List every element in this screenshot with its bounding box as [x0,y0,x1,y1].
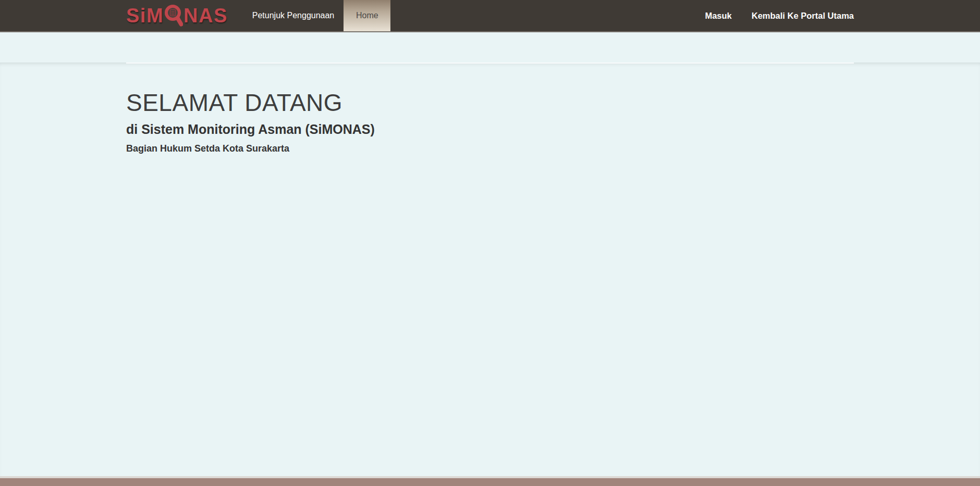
simonas-logo[interactable]: SiM NAS [126,2,228,29]
main-nav: Petunjuk Penggunaan Home [248,0,390,31]
main-content: SELAMAT DATANG di Sistem Monitoring Asma… [0,63,980,476]
magnifier-icon [164,4,183,31]
org-line: Bagian Hukum Setda Kota Surakarta [126,143,854,154]
auth-nav: Masuk Kembali Ke Portal Utama [705,0,854,31]
nav-item-home[interactable]: Home [344,0,390,31]
page-title: SELAMAT DATANG [126,90,854,115]
welcome-block: SELAMAT DATANG di Sistem Monitoring Asma… [126,90,854,154]
nav-item-kembali-ke-portal-utama[interactable]: Kembali Ke Portal Utama [752,11,854,21]
page-footer: © Bagian Hukum Sekretariat Daerah Kota S… [0,476,980,486]
logo-text-right: NAS [183,6,228,26]
nav-item-petunjuk-penggunaan[interactable]: Petunjuk Penggunaan [248,0,339,31]
page-subtitle: di Sistem Monitoring Asman (SiMONAS) [126,122,854,137]
logo-text-left: SiM [126,6,164,26]
nav-item-masuk[interactable]: Masuk [705,11,731,21]
top-navbar: SiM NAS Petunjuk Penggunaan Home Masuk K… [0,0,980,32]
content-divider [126,63,854,64]
